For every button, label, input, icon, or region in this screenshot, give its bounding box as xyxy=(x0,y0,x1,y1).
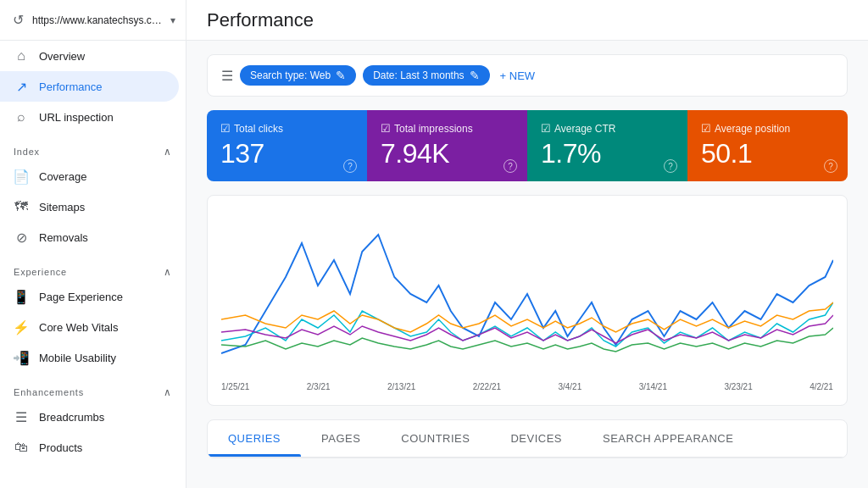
sidebar-sections: Index∧ 📄 Coverage 🗺 Sitemaps ⊘ Removals … xyxy=(0,132,186,463)
tab-search-appearance[interactable]: SEARCH APPEARANCE xyxy=(582,420,754,457)
search-type-edit-icon: ✎ xyxy=(336,69,346,82)
metric-help-clicks: ? xyxy=(343,159,357,173)
date-edit-icon: ✎ xyxy=(470,69,480,82)
metric-help-impressions: ? xyxy=(504,159,517,173)
new-filter-button[interactable]: + NEW xyxy=(500,69,536,82)
nav-label-coverage: Coverage xyxy=(39,170,86,183)
metric-card-position[interactable]: ☑ Average position 50.1 ? xyxy=(687,110,848,181)
section-header-enhancements[interactable]: Enhancements∧ xyxy=(0,373,186,402)
metric-card-impressions[interactable]: ☑ Total impressions 7.94K ? xyxy=(367,110,527,181)
section-label: Experience xyxy=(14,267,67,277)
nav-label-url-inspection: URL inspection xyxy=(39,111,114,124)
chart-container: 1/25/212/3/212/13/212/22/213/4/213/14/21… xyxy=(207,195,848,406)
page-title: Performance xyxy=(207,9,314,31)
section-chevron-icon: ∧ xyxy=(164,386,172,398)
nav-item-removals[interactable]: ⊘ Removals xyxy=(0,222,179,252)
main-content-area: Performance ☰ Search type: Web ✎ Date: L… xyxy=(186,0,868,488)
tab-queries[interactable]: QUERIES xyxy=(208,420,301,457)
performance-chart xyxy=(221,209,833,379)
metric-value-impressions: 7.94K xyxy=(381,138,514,169)
nav-item-performance[interactable]: ↗ Performance xyxy=(0,71,179,102)
phone_iphone-icon: 📱 xyxy=(14,289,29,305)
search-type-filter[interactable]: Search type: Web ✎ xyxy=(240,65,356,86)
nav-item-mobile-usability[interactable]: 📲 Mobile Usability xyxy=(0,342,179,373)
date-label: Date: Last 3 months xyxy=(373,69,464,81)
x-axis-labels: 1/25/212/3/212/13/212/22/213/4/213/14/21… xyxy=(221,379,833,391)
metric-check-clicks: ☑ xyxy=(220,122,231,135)
section-index: Index∧ 📄 Coverage 🗺 Sitemaps ⊘ Removals xyxy=(0,132,186,252)
chart-x-label: 3/14/21 xyxy=(639,382,667,391)
chart-x-label: 2/22/21 xyxy=(473,382,501,391)
chart-x-label: 4/2/21 xyxy=(810,382,833,391)
section-label: Index xyxy=(14,147,40,157)
url-bar[interactable]: ↺ https://www.kanatechsys.co... ▾ xyxy=(0,0,186,41)
metric-label-position: Average position xyxy=(715,123,790,135)
search-type-label: Search type: Web xyxy=(250,69,331,81)
nav-label-core-web-vitals: Core Web Vitals xyxy=(39,321,118,334)
section-chevron-icon: ∧ xyxy=(164,146,172,158)
metric-check-position: ☑ xyxy=(701,122,711,135)
filter-bar: ☰ Search type: Web ✎ Date: Last 3 months… xyxy=(207,54,848,97)
tabs-section: QUERIESPAGESCOUNTRIESDEVICESSEARCH APPEA… xyxy=(207,419,848,458)
topbar: Performance xyxy=(186,0,868,41)
tabs-bar: QUERIESPAGESCOUNTRIESDEVICESSEARCH APPEA… xyxy=(208,420,847,458)
chart-x-label: 3/4/21 xyxy=(558,382,581,391)
tab-pages[interactable]: PAGES xyxy=(301,420,381,457)
metric-card-ctr[interactable]: ☑ Average CTR 1.7% ? xyxy=(527,110,687,181)
chart-area xyxy=(221,209,833,379)
nav-label-overview: Overview xyxy=(39,50,85,63)
article-icon: 📄 xyxy=(14,169,29,185)
nav-item-products[interactable]: 🛍 Products xyxy=(0,432,179,463)
metric-value-ctr: 1.7% xyxy=(541,138,674,169)
nav-item-overview[interactable]: ⌂ Overview xyxy=(0,41,179,71)
chart-x-label: 2/13/21 xyxy=(387,382,415,391)
metric-value-position: 50.1 xyxy=(701,138,834,169)
metric-label-ctr: Average CTR xyxy=(554,123,615,135)
metric-help-position: ? xyxy=(824,159,837,173)
metric-value-clicks: 137 xyxy=(220,138,353,169)
chart-x-label: 3/23/21 xyxy=(724,382,752,391)
nav-label-performance: Performance xyxy=(39,80,102,93)
nav-items: ⌂ Overview ↗ Performance ⌕ URL inspectio… xyxy=(0,41,186,132)
section-enhancements: Enhancements∧ ☰ Breadcrumbs 🛍 Products xyxy=(0,373,186,463)
tab-devices[interactable]: DEVICES xyxy=(490,420,582,457)
section-chevron-icon: ∧ xyxy=(164,266,172,278)
nav-label-breadcrumbs: Breadcrumbs xyxy=(39,411,104,424)
metric-card-clicks[interactable]: ☑ Total clicks 137 ? xyxy=(207,110,367,181)
nav-item-coverage[interactable]: 📄 Coverage xyxy=(0,161,179,191)
home-icon: ⌂ xyxy=(14,48,29,64)
view_list-icon: ☰ xyxy=(14,409,29,425)
main-content: ☰ Search type: Web ✎ Date: Last 3 months… xyxy=(186,41,868,488)
section-header-experience[interactable]: Experience∧ xyxy=(0,252,186,281)
url-text: https://www.kanatechsys.co... xyxy=(32,14,164,26)
impressions-line xyxy=(221,302,833,347)
ctr-line xyxy=(221,328,833,352)
nav-label-sitemaps: Sitemaps xyxy=(39,201,85,214)
metric-label-impressions: Total impressions xyxy=(394,123,473,135)
tab-countries[interactable]: COUNTRIES xyxy=(381,420,490,457)
metric-label-clicks: Total clicks xyxy=(234,123,283,135)
nav-label-mobile-usability: Mobile Usability xyxy=(39,352,116,364)
metric-check-ctr: ☑ xyxy=(541,122,551,135)
nav-label-products: Products xyxy=(39,441,82,454)
date-filter[interactable]: Date: Last 3 months ✎ xyxy=(363,65,489,86)
nav-label-page-experience: Page Experience xyxy=(39,291,123,303)
shopping_bag-icon: 🛍 xyxy=(14,440,29,455)
url-chevron-icon: ▾ xyxy=(170,14,175,26)
chart-x-label: 2/3/21 xyxy=(307,382,331,391)
chart-x-label: 1/25/21 xyxy=(221,382,249,391)
sitemap-icon: 🗺 xyxy=(14,199,29,214)
section-header-index[interactable]: Index∧ xyxy=(0,132,186,161)
nav-item-url-inspection[interactable]: ⌕ URL inspection xyxy=(0,102,179,132)
nav-item-page-experience[interactable]: 📱 Page Experience xyxy=(0,281,179,312)
nav-item-core-web-vitals[interactable]: ⚡ Core Web Vitals xyxy=(0,312,179,342)
metric-check-impressions: ☑ xyxy=(381,122,391,135)
block-icon: ⊘ xyxy=(14,230,29,246)
nav-item-sitemaps[interactable]: 🗺 Sitemaps xyxy=(0,191,179,222)
section-label: Enhancements xyxy=(14,387,84,397)
url-icon: ↺ xyxy=(10,13,25,28)
search-icon: ⌕ xyxy=(14,109,29,125)
nav-item-breadcrumbs[interactable]: ☰ Breadcrumbs xyxy=(0,402,179,432)
sidebar: ↺ https://www.kanatechsys.co... ▾ ⌂ Over… xyxy=(0,0,186,488)
smartphone-icon: 📲 xyxy=(14,350,29,366)
